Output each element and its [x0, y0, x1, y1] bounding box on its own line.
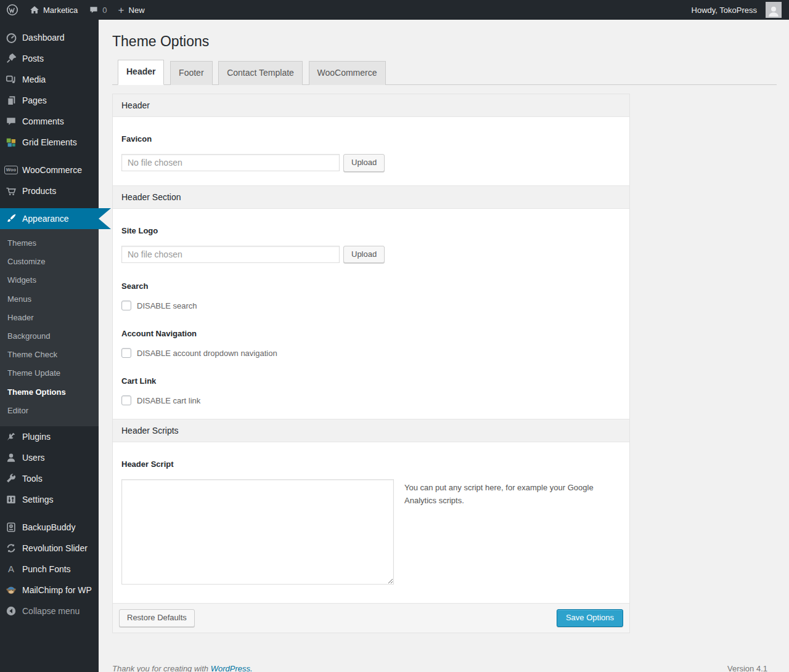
submenu-item-editor[interactable]: Editor: [0, 402, 99, 420]
wrench-icon: [5, 472, 17, 485]
section-header-section-title: Header Section: [113, 185, 629, 209]
howdy-greeting: Howdy, TokoPress: [692, 6, 757, 15]
refresh-arrows-icon: [5, 542, 17, 554]
sidebar-item-posts[interactable]: Posts: [0, 48, 99, 69]
cart-link-label: Cart Link: [121, 376, 621, 386]
submenu-item-background[interactable]: Background: [0, 327, 99, 346]
comment-count: 0: [102, 6, 107, 15]
disable-cart-link-row: DISABLE cart link: [121, 395, 621, 405]
disable-search-checkbox[interactable]: [121, 301, 131, 310]
user-silhouette-icon: [767, 4, 780, 18]
submenu-item-menus[interactable]: Menus: [0, 290, 99, 309]
comments-bubble-button[interactable]: 0: [89, 5, 107, 15]
header-script-hint: You can put any script here, for example…: [404, 482, 595, 506]
wordpress-logo-icon[interactable]: [6, 4, 18, 16]
site-logo-file-input[interactable]: [121, 246, 340, 263]
site-name-link[interactable]: Marketica: [30, 5, 78, 15]
panel-footer: Restore Defaults Save Options: [113, 603, 629, 633]
page-title: Theme Options: [112, 33, 777, 51]
site-logo-label: Site Logo: [121, 226, 621, 235]
submenu-item-theme-update[interactable]: Theme Update: [0, 364, 99, 383]
favicon-upload-button[interactable]: Upload: [343, 154, 385, 172]
disable-search-label: DISABLE search: [137, 301, 197, 310]
main-content: Theme Options Header Footer Contact Temp…: [99, 20, 789, 672]
plugin-icon: [5, 431, 17, 443]
site-name: Marketica: [43, 6, 78, 15]
pages-icon: [5, 94, 17, 107]
disable-cart-link-checkbox[interactable]: [121, 395, 131, 405]
appearance-submenu: Themes Customize Widgets Menus Header Ba…: [0, 229, 99, 426]
admin-sidebar: Dashboard Posts Media Pages: [0, 20, 99, 672]
new-label: New: [129, 6, 145, 15]
sidebar-item-settings[interactable]: Settings: [0, 489, 99, 510]
sidebar-item-collapse-menu[interactable]: Collapse menu: [0, 601, 99, 621]
cart-icon: [5, 185, 17, 197]
theme-options-tabs: Header Footer Contact Template WooCommer…: [112, 59, 777, 85]
sidebar-item-dashboard[interactable]: Dashboard: [0, 27, 99, 48]
version-label: Version 4.1: [727, 664, 777, 672]
avatar: [766, 2, 782, 18]
collapse-arrow-icon: [5, 605, 17, 617]
submenu-item-theme-check[interactable]: Theme Check: [0, 346, 99, 364]
sidebar-item-pages[interactable]: Pages: [0, 90, 99, 111]
header-script-textarea[interactable]: [121, 479, 394, 585]
site-logo-upload-button[interactable]: Upload: [343, 246, 385, 264]
header-script-label: Header Script: [121, 459, 621, 469]
dashboard-icon: [5, 31, 17, 44]
disable-search-row: DISABLE search: [121, 301, 621, 310]
paintbrush-icon: [5, 213, 17, 225]
media-icon: [5, 73, 17, 86]
footer-thanks: Thank you for creating with WordPress.: [112, 664, 253, 672]
sidebar-item-plugins[interactable]: Plugins: [0, 426, 99, 447]
grid-elements-icon: [5, 136, 17, 148]
pushpin-icon: [5, 52, 17, 65]
sidebar-item-tools[interactable]: Tools: [0, 468, 99, 489]
settings-icon: [5, 493, 17, 506]
submenu-item-themes[interactable]: Themes: [0, 234, 99, 253]
sidebar-item-backupbuddy[interactable]: BackupBuddy: [0, 517, 99, 538]
users-icon: [5, 451, 17, 464]
tab-woocommerce[interactable]: WooCommerce: [309, 61, 386, 85]
sidebar-item-woocommerce[interactable]: Woo WooCommerce: [0, 160, 99, 180]
disable-account-nav-checkbox[interactable]: [121, 348, 131, 358]
section-header-title: Header: [113, 94, 629, 117]
sidebar-item-products[interactable]: Products: [0, 180, 99, 201]
submenu-item-widgets[interactable]: Widgets: [0, 271, 99, 289]
tab-contact-template[interactable]: Contact Template: [218, 61, 303, 85]
disable-account-nav-row: DISABLE account dropdown navigation: [121, 348, 621, 358]
account-navigation-label: Account Navigation: [121, 329, 621, 338]
sidebar-item-revolution-slider[interactable]: Revolution Slider: [0, 538, 99, 559]
admin-bar: Marketica 0 + New Howdy, TokoPress: [0, 0, 789, 20]
woocommerce-icon: Woo: [5, 164, 17, 176]
plus-icon: +: [118, 5, 125, 15]
theme-options-panel: Header Favicon Upload Header Section Sit…: [112, 94, 630, 634]
sidebar-item-media[interactable]: Media: [0, 69, 99, 90]
letter-a-icon: A: [5, 563, 17, 575]
tab-header[interactable]: Header: [118, 60, 164, 85]
favicon-label: Favicon: [121, 134, 621, 144]
page-footer: Thank you for creating with WordPress. V…: [112, 664, 777, 672]
section-header-scripts-title: Header Scripts: [113, 419, 629, 442]
home-icon: [30, 5, 39, 15]
submenu-item-customize[interactable]: Customize: [0, 253, 99, 271]
submenu-item-header[interactable]: Header: [0, 309, 99, 327]
submenu-item-theme-options[interactable]: Theme Options: [0, 383, 99, 402]
disable-account-nav-label: DISABLE account dropdown navigation: [137, 349, 277, 358]
mailchimp-monkey-icon: [5, 584, 17, 596]
wordpress-logo-icon: [6, 4, 18, 16]
sidebar-item-mailchimp[interactable]: MailChimp for WP: [0, 580, 99, 601]
sidebar-item-users[interactable]: Users: [0, 447, 99, 468]
tab-footer[interactable]: Footer: [170, 61, 212, 85]
backupbuddy-icon: [5, 521, 17, 533]
save-options-button[interactable]: Save Options: [557, 609, 623, 627]
sidebar-item-appearance[interactable]: Appearance: [0, 208, 99, 229]
account-menu[interactable]: Howdy, TokoPress: [692, 2, 782, 18]
wordpress-link[interactable]: WordPress.: [211, 664, 253, 672]
favicon-file-input[interactable]: [121, 154, 340, 171]
restore-defaults-button[interactable]: Restore Defaults: [119, 609, 195, 627]
sidebar-item-comments[interactable]: Comments: [0, 111, 99, 132]
sidebar-item-grid-elements[interactable]: Grid Elements: [0, 132, 99, 153]
comments-icon: [5, 115, 17, 128]
new-content-button[interactable]: + New: [118, 5, 145, 15]
sidebar-item-punch-fonts[interactable]: A Punch Fonts: [0, 559, 99, 580]
